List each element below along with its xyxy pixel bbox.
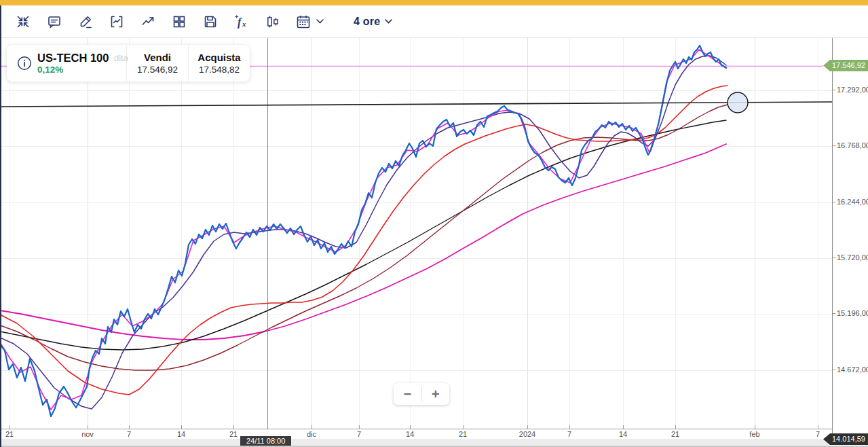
time-axis-label: dic [307, 430, 316, 438]
price-axis-label: 16.768,00 [837, 141, 868, 149]
chart-toolbar: + f x [0, 5, 868, 38]
series-ma-slow-magenta [0, 144, 726, 340]
layout-grid-icon[interactable] [170, 13, 188, 31]
sell-price: 17.546,92 [137, 64, 178, 75]
news-comment-icon[interactable] [45, 13, 63, 31]
price-axis-label: 15.720,00 [837, 253, 868, 262]
trend-indicators-icon[interactable] [139, 13, 157, 31]
time-axis-label: 21 [459, 430, 467, 438]
sell-label: Vendi [144, 52, 171, 64]
add-function-fx-icon[interactable]: + f x [233, 13, 250, 31]
line-chart-type-icon[interactable] [108, 13, 126, 31]
svg-text:x: x [242, 20, 246, 28]
price-axis-label: 14.672,00 [837, 365, 868, 374]
watermark-text: dita [114, 53, 128, 63]
price-axis-label: 17.292,00 [837, 86, 868, 94]
time-axis-label: feb [749, 430, 759, 438]
calendar-dropdown[interactable] [295, 14, 324, 30]
horizontal-trendline[interactable] [0, 102, 832, 107]
zoom-controls: − + [394, 383, 449, 405]
time-axis-label: 7 [567, 430, 571, 438]
change-percent: 0,12% [37, 65, 109, 75]
price-axis-line [832, 38, 833, 439]
trendline[interactable] [0, 102, 832, 107]
info-icon[interactable] [17, 56, 32, 71]
time-axis-label: nov [81, 430, 94, 438]
current-price-badge: 17.546,92 [823, 60, 868, 71]
sell-button[interactable]: Vendi 17.546,92 [126, 45, 188, 82]
window-left-edge [0, 5, 1, 447]
buy-label: Acquista [197, 52, 240, 64]
time-axis-label: 14 [177, 430, 185, 438]
interval-label: 4 ore [354, 16, 380, 28]
save-icon[interactable] [202, 13, 219, 31]
series-ma-black [0, 120, 726, 350]
instrument-card: dita US-TECH 100 0,12% Vendi 17.546,92 A… [7, 45, 250, 82]
chevron-down-icon [316, 19, 324, 24]
svg-text:f: f [238, 16, 242, 29]
trading-chart-window: 17.292,0016.768,0016.244,0015.720,0015.1… [0, 0, 868, 447]
interval-dropdown[interactable]: 4 ore [354, 16, 392, 28]
time-axis-label: 14 [619, 430, 627, 438]
time-axis-label: 21 [229, 430, 238, 438]
trendline-handle[interactable] [728, 92, 748, 113]
time-axis-label: 14 [406, 430, 414, 438]
time-axis-label: 7 [816, 430, 820, 438]
time-axis-label: 21 [671, 430, 679, 438]
instrument-info: dita US-TECH 100 0,12% [7, 45, 126, 82]
price-axis-label: 16.244,00 [837, 198, 868, 206]
crosshair-time-tooltip: 24/11 08:00 [240, 436, 291, 446]
horizontal-gridlines [0, 91, 832, 371]
draw-pencil-icon[interactable] [77, 13, 94, 31]
trendline-drag-handle[interactable] [728, 92, 748, 113]
calendar-icon [295, 14, 312, 30]
chevron-down-icon [385, 19, 392, 24]
price-axis[interactable] [833, 38, 868, 439]
time-axis-line [0, 429, 833, 429]
time-axis-label: 21 [5, 430, 14, 438]
series-ma-purple [0, 56, 726, 409]
series-ma-red [0, 86, 728, 395]
zoom-in-button[interactable]: + [422, 383, 450, 405]
collapse-icon[interactable] [14, 13, 32, 31]
instrument-name: US-TECH 100 [37, 52, 109, 65]
time-axis-label: 2024 [519, 430, 535, 438]
buy-button[interactable]: Acquista 17.548,82 [188, 45, 250, 82]
price-and-moving-average-lines [0, 46, 728, 416]
window-top-accent-bar [0, 0, 868, 5]
candles-chart-type-icon[interactable] [264, 13, 282, 31]
price-axis-label: 15.196,00 [837, 309, 868, 317]
low-level-badge: 14.014,59 [823, 433, 868, 445]
time-axis-label: 7 [127, 430, 131, 438]
zoom-out-button[interactable]: − [394, 383, 421, 405]
buy-price: 17.548,82 [199, 64, 240, 75]
time-axis-label: 7 [357, 430, 361, 438]
